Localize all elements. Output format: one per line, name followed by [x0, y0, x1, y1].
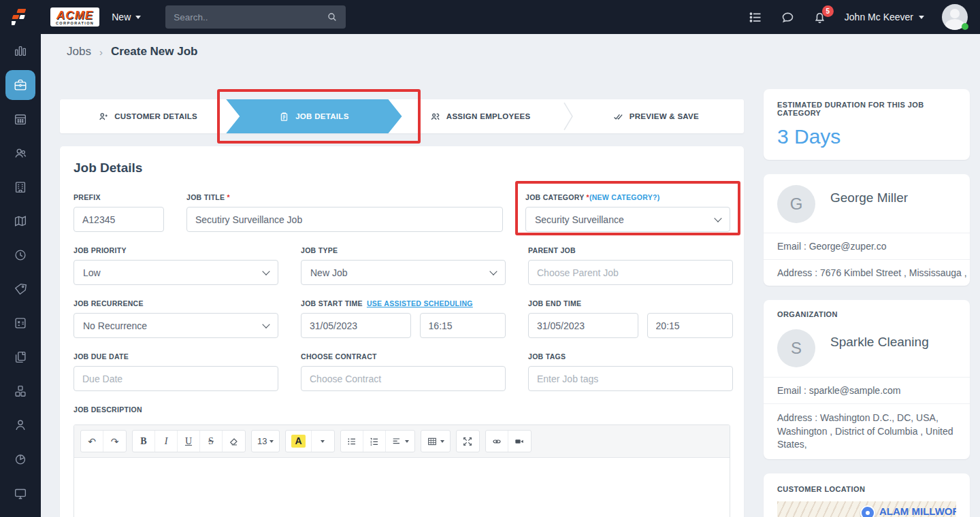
job-tags-label: JOB TAGS: [528, 352, 733, 361]
end-time-input[interactable]: [647, 313, 733, 338]
undo-button[interactable]: ↶: [81, 431, 103, 452]
page-title: Create New Job: [111, 45, 198, 59]
new-menu-button[interactable]: New: [112, 12, 141, 22]
company-logo[interactable]: ACME CORPORATION: [50, 7, 99, 27]
sidebar-item-reports[interactable]: [0, 442, 41, 476]
sidebar-item-tags[interactable]: [0, 272, 41, 306]
parent-job-label: PARENT JOB: [528, 246, 733, 254]
map-marker-icon[interactable]: [860, 505, 875, 517]
job-type-select[interactable]: New Job: [301, 260, 506, 285]
redo-button[interactable]: ↷: [103, 431, 126, 452]
sidebar-item-calendar[interactable]: [0, 102, 41, 136]
bold-button[interactable]: B: [133, 431, 155, 452]
start-time-input[interactable]: [420, 313, 506, 338]
clear-format-button[interactable]: [223, 431, 245, 452]
dashboard-icon: [13, 44, 28, 59]
underline-button[interactable]: U: [178, 431, 200, 452]
briefcase-icon: [13, 78, 28, 93]
contract-input[interactable]: [301, 366, 506, 391]
new-category-link[interactable]: (NEW CATEGORY?): [589, 193, 660, 201]
ordered-list-button[interactable]: [363, 431, 386, 452]
due-date-input[interactable]: [74, 366, 278, 391]
tag-icon: [13, 282, 28, 297]
organization-email: Email : sparkle@sample.com: [764, 378, 970, 403]
global-search[interactable]: [165, 5, 346, 29]
pie-chart-icon: [13, 452, 28, 467]
organization-name: Sparkle Cleaning: [830, 335, 929, 350]
map-icon: [13, 214, 28, 229]
prefix-input[interactable]: [74, 207, 164, 232]
customer-location-card: CUSTOMER LOCATION ALAM MILLWORK &: [764, 473, 970, 517]
notifications-button[interactable]: 5: [813, 10, 827, 24]
estimated-duration-card: ESTIMATED DURATION FOR THIS JOB CATEGORY…: [764, 89, 970, 160]
table-icon: [427, 436, 438, 447]
required-asterisk: *: [227, 193, 230, 201]
italic-button[interactable]: I: [155, 431, 178, 452]
align-dropdown-button[interactable]: [386, 431, 414, 452]
end-date-input[interactable]: [528, 313, 638, 338]
job-type-label: JOB TYPE: [301, 246, 506, 254]
user-menu-button[interactable]: John Mc Keever: [845, 12, 924, 22]
sidebar-item-estimates[interactable]: [0, 306, 41, 340]
job-tags-input[interactable]: [528, 366, 733, 391]
unordered-list-button[interactable]: [341, 431, 363, 452]
table-dropdown-button[interactable]: [421, 431, 450, 452]
sidebar-item-properties[interactable]: [0, 170, 41, 204]
job-category-select[interactable]: Security Surveillance: [525, 207, 730, 232]
expand-icon: [462, 436, 473, 447]
insert-link-button[interactable]: [486, 431, 508, 452]
step-customer-details[interactable]: CUSTOMER DETAILS: [60, 99, 235, 133]
person-plus-icon: [98, 112, 108, 122]
documents-icon: [13, 350, 28, 365]
fullscreen-button[interactable]: [457, 431, 479, 452]
step-job-details[interactable]: JOB DETAILS: [226, 99, 402, 133]
step-label: JOB DETAILS: [295, 112, 348, 120]
start-date-input[interactable]: [301, 313, 411, 338]
job-priority-select[interactable]: Low: [74, 260, 278, 285]
sidebar-item-timesheets[interactable]: [0, 238, 41, 272]
sidebar-item-map[interactable]: [0, 204, 41, 238]
step-assign-employees[interactable]: ASSIGN EMPLOYEES: [393, 99, 568, 133]
sidebar-item-customers[interactable]: [0, 136, 41, 170]
job-recurrence-select[interactable]: No Recurrence: [74, 313, 278, 338]
sidebar-item-teams[interactable]: [0, 408, 41, 442]
chat-button[interactable]: [781, 10, 795, 24]
text-color-button[interactable]: A: [286, 431, 311, 452]
estimated-duration-label: ESTIMATED DURATION FOR THIS JOB CATEGORY: [777, 101, 956, 117]
assisted-scheduling-link[interactable]: USE ASSISTED SCHEDULING: [367, 299, 473, 307]
description-textarea[interactable]: [74, 458, 730, 517]
step-preview-save[interactable]: PREVIEW & SAVE: [568, 99, 744, 133]
user-name: John Mc Keever: [845, 12, 913, 22]
map-place-label[interactable]: ALAM MILLWORK &: [879, 505, 956, 517]
location-map[interactable]: ALAM MILLWORK &: [777, 501, 956, 517]
step-label: CUSTOMER DETAILS: [114, 112, 197, 120]
strikethrough-button[interactable]: S: [200, 431, 223, 452]
chevron-down-icon: [270, 440, 274, 443]
sidebar-item-assets[interactable]: [0, 374, 41, 408]
chevron-down-icon: [135, 16, 141, 19]
sidebar-item-documents[interactable]: [0, 340, 41, 374]
cubes-icon: [13, 384, 28, 399]
parent-job-input[interactable]: [528, 260, 733, 285]
color-dropdown-button[interactable]: [312, 431, 334, 452]
app-logo[interactable]: [0, 0, 41, 34]
sidebar-item-jobs[interactable]: [0, 68, 41, 102]
sidebar-item-devices[interactable]: [0, 476, 41, 510]
breadcrumb-separator: ›: [99, 46, 103, 58]
user-avatar[interactable]: [942, 4, 968, 30]
insert-video-button[interactable]: [508, 431, 531, 452]
left-sidebar: [0, 0, 41, 517]
search-icon[interactable]: [327, 12, 338, 22]
search-input[interactable]: [174, 12, 327, 22]
job-type-value: New Job: [310, 267, 347, 278]
eraser-icon: [229, 436, 240, 447]
font-size-dropdown[interactable]: 13: [252, 431, 279, 452]
building-icon: [13, 180, 28, 195]
job-title-input[interactable]: [186, 207, 503, 232]
job-recurrence-value: No Recurrence: [83, 320, 147, 331]
activity-list-button[interactable]: [749, 10, 763, 24]
breadcrumb-jobs-link[interactable]: Jobs: [67, 45, 91, 59]
chevron-down-icon: [321, 440, 325, 443]
sidebar-item-dashboard[interactable]: [0, 34, 41, 68]
notification-badge: 5: [822, 5, 834, 17]
